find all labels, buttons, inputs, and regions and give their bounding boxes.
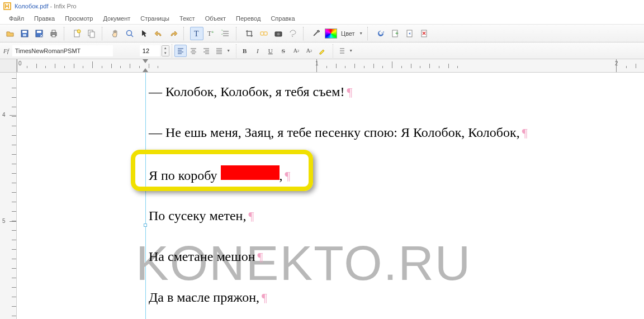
text-line: Да в масле пряжон,¶ — [149, 289, 638, 306]
font-family-input[interactable] — [12, 45, 113, 56]
guide-line[interactable] — [145, 73, 146, 319]
link-tool[interactable] — [257, 27, 271, 40]
pilcrow-icon: ¶ — [248, 209, 254, 223]
pilcrow-icon: ¶ — [258, 250, 263, 264]
print-button[interactable] — [47, 27, 60, 40]
italic-button[interactable]: I — [252, 45, 264, 57]
toolbar-format: Ff ▲▼ ▼ B I U S A2 A2 ▼ — [0, 42, 644, 59]
highlight-button[interactable] — [316, 45, 328, 57]
svg-line-14 — [131, 35, 133, 37]
menubar: Файл Правка Просмотр Документ Страницы Т… — [0, 12, 644, 25]
window-title: Колобок.pdf - Infix Pro — [15, 3, 77, 9]
menu-file[interactable]: Файл — [4, 14, 29, 23]
app-icon — [3, 2, 11, 10]
text-line: На сметане мешон¶ — [149, 249, 638, 265]
font-family-icon: Ff — [3, 47, 9, 54]
menu-object[interactable]: Объект — [201, 14, 230, 23]
color-picker-icon — [325, 28, 337, 39]
align-left-button[interactable] — [174, 45, 187, 57]
align-dropdown[interactable]: ▼ — [226, 45, 231, 56]
svg-rect-8 — [52, 35, 55, 37]
menu-help[interactable]: Справка — [266, 14, 299, 23]
align-center-button[interactable] — [187, 45, 200, 57]
text-tool[interactable]: T — [190, 27, 203, 40]
ruler-horizontal: 01234 — [0, 59, 644, 73]
svg-point-21 — [277, 32, 280, 35]
svg-text:+: + — [395, 30, 399, 36]
svg-rect-5 — [37, 31, 41, 33]
superscript-button[interactable]: A2 — [290, 45, 302, 57]
page-prev-button[interactable] — [403, 27, 416, 40]
pilcrow-icon: ¶ — [262, 291, 267, 304]
text-plus-tool[interactable]: T+ — [205, 27, 218, 40]
svg-rect-19 — [264, 32, 267, 35]
font-size-spinner[interactable]: ▲▼ — [162, 45, 169, 56]
menu-text[interactable]: Текст — [175, 14, 200, 23]
fill-tool[interactable] — [324, 27, 338, 40]
undo-button[interactable] — [152, 27, 165, 40]
crop-tool[interactable] — [243, 27, 256, 40]
svg-rect-7 — [52, 30, 55, 32]
save-as-button[interactable] — [32, 27, 46, 40]
font-size-input[interactable] — [140, 45, 160, 56]
page-delete-button[interactable] — [418, 27, 431, 40]
underline-button[interactable]: U — [264, 45, 277, 57]
svg-rect-3 — [23, 34, 26, 36]
menu-view[interactable]: Просмотр — [60, 14, 97, 23]
strike-button[interactable]: S — [277, 45, 290, 57]
text-line: — Не ешь меня, Заяц, я тебе песенку спою… — [149, 125, 638, 141]
text-line: Я по коробу ,¶ — [149, 165, 638, 184]
arrow-tool[interactable] — [138, 27, 151, 40]
refresh-button[interactable] — [374, 27, 387, 40]
guide-handle[interactable] — [144, 223, 147, 227]
camera-tool[interactable] — [272, 27, 285, 40]
menu-translate[interactable]: Перевод — [231, 14, 265, 23]
align-right-button[interactable] — [200, 45, 212, 57]
hand-tool[interactable] — [108, 27, 122, 40]
svg-rect-2 — [22, 31, 27, 33]
line-spacing-button[interactable] — [335, 45, 348, 57]
toolbar-main: T T+ Цвет ▼ + — [0, 25, 644, 42]
svg-rect-12 — [90, 32, 94, 37]
zoom-tool[interactable] — [123, 27, 136, 40]
pilcrow-icon: ¶ — [347, 85, 352, 99]
line-spacing-tool[interactable] — [219, 27, 233, 40]
copy-button[interactable] — [85, 27, 98, 40]
line-spacing-dropdown[interactable]: ▼ — [348, 45, 354, 56]
text-line: — Колобок, Колобок, я тебя съем!¶ — [149, 84, 638, 100]
pilcrow-icon: ¶ — [285, 169, 291, 183]
svg-point-10 — [77, 30, 80, 33]
color-dropdown[interactable]: ▼ — [358, 28, 364, 39]
menu-document[interactable]: Документ — [98, 14, 135, 23]
redaction-box — [221, 165, 280, 180]
menu-edit[interactable]: Правка — [30, 14, 59, 23]
workspace: 45 KONEKTO.RU — Колобок, Колобок, я тебя… — [0, 73, 644, 319]
save-button[interactable] — [18, 27, 31, 40]
ruler-vertical[interactable]: 45 — [0, 73, 17, 319]
titlebar: Колобок.pdf - Infix Pro — [0, 0, 644, 12]
align-justify-button[interactable] — [213, 45, 225, 57]
text-line: По сусеку метен,¶ — [149, 208, 638, 224]
bold-button[interactable]: B — [239, 45, 251, 57]
document-page[interactable]: KONEKTO.RU — Колобок, Колобок, я тебя съ… — [17, 73, 644, 319]
svg-text:+: + — [211, 30, 214, 35]
menu-pages[interactable]: Страницы — [136, 14, 174, 23]
color-label: Цвет — [341, 30, 355, 37]
indent-marker-top[interactable] — [143, 59, 148, 63]
ruler-scale[interactable]: 01234 — [17, 59, 644, 72]
subscript-button[interactable]: A2 — [303, 45, 315, 57]
svg-text:T: T — [194, 30, 199, 38]
lasso-tool[interactable] — [286, 27, 300, 40]
svg-rect-18 — [261, 32, 264, 35]
indent-marker-bottom[interactable] — [143, 68, 148, 72]
open-button[interactable] — [3, 27, 17, 40]
pilcrow-icon: ¶ — [522, 126, 528, 140]
document-text[interactable]: — Колобок, Колобок, я тебя съем!¶ — Не е… — [149, 84, 638, 319]
redo-button[interactable] — [167, 27, 180, 40]
page-add-button[interactable]: + — [389, 27, 402, 40]
eyedropper-tool[interactable] — [310, 27, 323, 40]
new-doc-button[interactable] — [70, 27, 84, 40]
